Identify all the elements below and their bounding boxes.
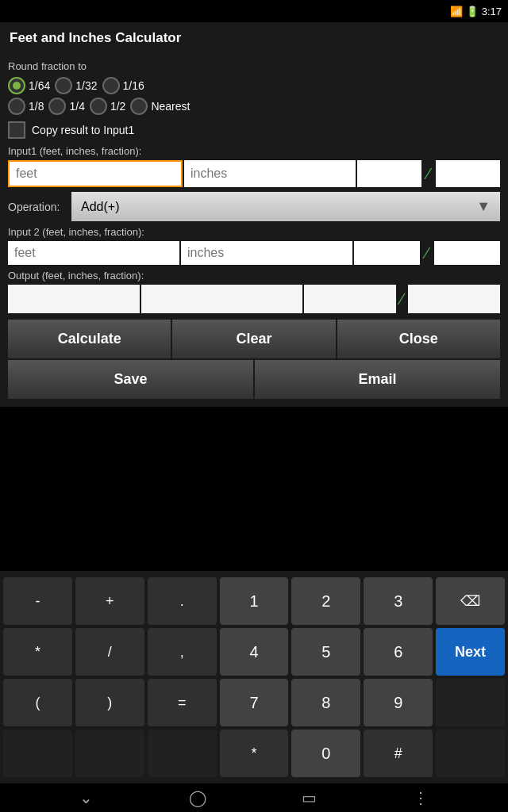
key-9[interactable]: 9 (364, 679, 433, 726)
key-3[interactable]: 3 (364, 577, 433, 625)
key-5[interactable]: 5 (291, 628, 360, 676)
key-empty-4b (75, 730, 144, 777)
operation-row: Operation: Add(+) ▼ (8, 192, 500, 221)
key-multiply[interactable]: * (3, 628, 72, 676)
input1-feet[interactable] (8, 160, 183, 187)
radio-1-64[interactable]: 1/64 (8, 77, 50, 94)
key-divide[interactable]: / (75, 628, 144, 676)
kb-row-4: * 0 # (3, 730, 505, 777)
kb-row-3: ( ) = 7 8 9 (3, 679, 505, 726)
app-title: Feet and Inches Calculator (10, 30, 181, 46)
status-icons: 📶 🔋 3:17 (450, 6, 502, 17)
key-dot[interactable]: . (148, 577, 217, 625)
input2-inches[interactable] (181, 241, 352, 265)
key-open-paren[interactable]: ( (3, 679, 72, 726)
keyboard-area: - + . 1 2 3 ⌫ * / , 4 5 6 Next ( ) = 7 8… (0, 571, 508, 783)
output-feet (8, 285, 140, 313)
status-bar: 📶 🔋 3:17 (0, 0, 508, 22)
input1-row: ∕ (8, 160, 500, 187)
output-row: ∕ (8, 285, 500, 313)
round-fraction-label: Round fraction to (8, 60, 500, 72)
radio-circle-1-64 (8, 77, 25, 94)
input2-fraction-den[interactable] (434, 241, 500, 265)
input1-fraction-num[interactable] (357, 160, 421, 187)
back-icon[interactable]: ⌄ (79, 788, 93, 807)
operation-label: Operation: (8, 201, 71, 213)
input2-feet[interactable] (8, 241, 179, 265)
radio-1-32[interactable]: 1/32 (55, 77, 97, 94)
output-slash-icon: ∕ (398, 290, 406, 308)
menu-icon[interactable]: ⋮ (413, 788, 429, 807)
radio-circle-1-16 (102, 77, 120, 94)
kb-row-1: - + . 1 2 3 ⌫ (3, 577, 505, 625)
radio-group-row2: 1/8 1/4 1/2 Nearest (8, 98, 500, 115)
copy-checkbox[interactable] (8, 121, 25, 139)
key-empty-4a (3, 730, 72, 777)
close-button[interactable]: Close (337, 320, 500, 358)
operation-value: Add(+) (81, 200, 119, 214)
home-icon[interactable]: ◯ (189, 788, 206, 807)
radio-label-1-16: 1/16 (123, 79, 144, 92)
radio-label-1-64: 1/64 (29, 79, 50, 92)
dropdown-arrow-icon: ▼ (476, 198, 491, 215)
radio-group-row1: 1/64 1/32 1/16 (8, 77, 500, 94)
radio-1-4[interactable]: 1/4 (48, 98, 84, 115)
input2-label: Input 2 (feet, inches, fraction): (8, 226, 500, 238)
fraction-slash-2: ∕ (421, 241, 433, 265)
key-minus[interactable]: - (3, 577, 72, 625)
main-content: Round fraction to 1/64 1/32 1/16 1/8 1/4… (0, 54, 508, 407)
radio-1-8[interactable]: 1/8 (8, 98, 44, 115)
battery-icon: 🔋 (466, 6, 479, 17)
radio-1-16[interactable]: 1/16 (102, 77, 144, 94)
key-empty-3 (436, 679, 505, 726)
input2-fraction-num[interactable] (354, 241, 420, 265)
key-hash[interactable]: # (364, 730, 433, 777)
time-display: 3:17 (482, 6, 502, 17)
radio-label-1-8: 1/8 (29, 100, 44, 113)
next-button[interactable]: Next (436, 628, 505, 676)
radio-1-2[interactable]: 1/2 (90, 98, 125, 115)
input1-label: Input1 (feet, inches, fraction): (8, 145, 500, 157)
radio-nearest[interactable]: Nearest (130, 98, 190, 115)
key-plus[interactable]: + (75, 577, 144, 625)
key-empty-4c (148, 730, 217, 777)
radio-label-nearest: Nearest (151, 100, 190, 113)
input1-fraction-den[interactable] (436, 160, 500, 187)
output-fraction-den (408, 285, 500, 313)
copy-checkbox-row[interactable]: Copy result to Input1 (8, 121, 500, 139)
operation-select[interactable]: Add(+) ▼ (71, 192, 500, 221)
save-button[interactable]: Save (8, 360, 253, 399)
input1-inches[interactable] (184, 160, 356, 187)
radio-circle-nearest (130, 98, 148, 115)
radio-label-1-4: 1/4 (69, 100, 84, 113)
nav-bar: ⌄ ◯ ▭ ⋮ (0, 783, 508, 812)
calculate-button[interactable]: Calculate (8, 320, 171, 358)
recents-icon[interactable]: ▭ (302, 788, 317, 807)
key-2[interactable]: 2 (291, 577, 360, 625)
email-button[interactable]: Email (255, 360, 500, 399)
key-4[interactable]: 4 (220, 628, 289, 676)
button-row-2: Save Email (8, 360, 500, 399)
radio-circle-1-8 (8, 98, 25, 115)
key-backspace[interactable]: ⌫ (436, 577, 505, 625)
key-7[interactable]: 7 (220, 679, 289, 726)
key-empty-4d (436, 730, 505, 777)
key-close-paren[interactable]: ) (75, 679, 144, 726)
radio-circle-1-4 (48, 98, 66, 115)
output-inches (141, 285, 302, 313)
key-asterisk[interactable]: * (220, 730, 289, 777)
output-fraction-num (304, 285, 396, 313)
key-6[interactable]: 6 (364, 628, 433, 676)
fraction-slash-1: ∕ (423, 160, 434, 187)
key-8[interactable]: 8 (291, 679, 360, 726)
key-comma[interactable]: , (148, 628, 217, 676)
radio-circle-1-2 (90, 98, 107, 115)
key-equals[interactable]: = (148, 679, 217, 726)
key-1[interactable]: 1 (220, 577, 289, 625)
output-label: Output (feet, inches, fraction): (8, 270, 500, 282)
clear-button[interactable]: Clear (172, 320, 335, 358)
key-0[interactable]: 0 (291, 730, 360, 777)
radio-label-1-2: 1/2 (110, 100, 125, 113)
title-bar: Feet and Inches Calculator (0, 22, 508, 54)
radio-label-1-32: 1/32 (75, 79, 97, 92)
